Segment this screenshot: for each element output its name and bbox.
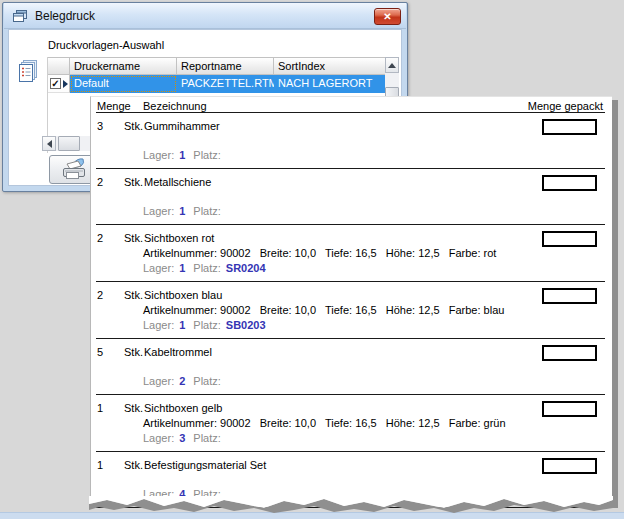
platz-label: Platz: bbox=[193, 319, 221, 331]
doc-item-name: Gummihammer bbox=[144, 120, 605, 133]
doc-item-unit: Stk. bbox=[124, 289, 144, 302]
grid-header-druckername[interactable]: Druckername bbox=[70, 57, 177, 75]
dialog-title: Belegdruck bbox=[35, 9, 95, 23]
doc-item-list: 3Stk.GummihammerLager:1Platz:2Stk.Metall… bbox=[90, 113, 612, 508]
lager-label: Lager: bbox=[143, 205, 174, 217]
menge-gepackt-input[interactable] bbox=[542, 175, 597, 191]
row-checkbox[interactable]: ✓ bbox=[50, 78, 61, 89]
doc-item-detail: Artikelnummer: 90002 Breite: 10,0 Tiefe:… bbox=[143, 417, 605, 430]
row-indicator-cell[interactable]: ✓ bbox=[48, 75, 70, 93]
doc-header-bezeichnung: Bezeichnung bbox=[143, 100, 207, 112]
doc-item-row: 1Stk.Befestigungsmaterial Set bbox=[96, 459, 605, 472]
report-stack-icon bbox=[15, 59, 41, 85]
doc-item: 2Stk.Sichtboxen rotArtikelnummer: 90002 … bbox=[96, 225, 605, 282]
doc-item-row: 1Stk.Sichtboxen gelb bbox=[96, 402, 605, 415]
grid-header-sortindex[interactable]: SortIndex bbox=[274, 57, 386, 75]
doc-item-row: 2Stk.Sichtboxen blau bbox=[96, 289, 605, 302]
arrow-left-icon bbox=[47, 140, 52, 148]
cell-reportname[interactable]: PACKZETTEL.RTM bbox=[177, 75, 274, 93]
lager-value: 1 bbox=[179, 319, 185, 331]
torn-paper-edge bbox=[89, 496, 613, 516]
cell-druckername[interactable]: Default bbox=[70, 75, 177, 93]
doc-item-location: Lager:1Platz:SB0203 bbox=[143, 319, 605, 332]
window-icon bbox=[12, 9, 28, 23]
grid-header: Druckername Reportname SortIndex bbox=[48, 57, 399, 75]
platz-label: Platz: bbox=[193, 432, 221, 444]
lager-label: Lager: bbox=[143, 262, 174, 274]
doc-item-row: 3Stk.Gummihammer bbox=[96, 120, 605, 133]
scroll-left-button[interactable] bbox=[42, 136, 56, 151]
doc-item-quantity: 3 bbox=[96, 120, 124, 133]
cell-sortindex[interactable]: NACH LAGERORT bbox=[274, 75, 386, 93]
doc-item-quantity: 2 bbox=[96, 289, 124, 302]
lager-value: 3 bbox=[179, 432, 185, 444]
lager-label: Lager: bbox=[143, 432, 174, 444]
doc-item-row: 2Stk.Metallschiene bbox=[96, 176, 605, 189]
doc-item-location: Lager:1Platz: bbox=[143, 149, 605, 162]
doc-item-spacer bbox=[96, 133, 605, 147]
menge-gepackt-input[interactable] bbox=[542, 231, 597, 247]
doc-item-detail: Artikelnummer: 90002 Breite: 10,0 Tiefe:… bbox=[143, 304, 605, 317]
platz-value: SR0204 bbox=[226, 262, 266, 274]
dialog-titlebar[interactable]: Belegdruck ✕ bbox=[4, 3, 406, 29]
lager-label: Lager: bbox=[143, 149, 174, 161]
doc-item: 5Stk.KabeltrommelLager:2Platz: bbox=[96, 339, 605, 395]
doc-item-unit: Stk. bbox=[124, 346, 144, 359]
scroll-up-button[interactable] bbox=[385, 57, 399, 73]
doc-item-unit: Stk. bbox=[124, 402, 144, 415]
arrow-up-icon bbox=[388, 63, 396, 68]
doc-column-header: Menge Bezeichnung Menge gepackt bbox=[96, 96, 605, 113]
doc-item-spacer bbox=[96, 189, 605, 203]
platz-label: Platz: bbox=[193, 205, 221, 217]
doc-item-location: Lager:3Platz: bbox=[143, 432, 605, 445]
doc-item-name: Befestigungsmaterial Set bbox=[144, 459, 605, 472]
menge-gepackt-input[interactable] bbox=[542, 119, 597, 135]
doc-item-name: Sichtboxen gelb bbox=[144, 402, 605, 415]
grid-header-reportname[interactable]: Reportname bbox=[177, 57, 274, 75]
doc-item-location: Lager:2Platz: bbox=[143, 375, 605, 388]
close-button[interactable]: ✕ bbox=[374, 8, 401, 25]
lager-value: 1 bbox=[179, 149, 185, 161]
menge-gepackt-input[interactable] bbox=[542, 401, 597, 417]
doc-item-name: Kabeltrommel bbox=[144, 346, 605, 359]
close-icon: ✕ bbox=[383, 11, 391, 22]
doc-item-location: Lager:1Platz: bbox=[143, 205, 605, 218]
packzettel-preview: Menge Bezeichnung Menge gepackt 3Stk.Gum… bbox=[90, 96, 612, 513]
screen: Belegdruck ✕ Druckvorlagen-Auswahl bbox=[0, 0, 624, 519]
lager-value: 2 bbox=[179, 375, 185, 387]
doc-item: 2Stk.MetallschieneLager:1Platz: bbox=[96, 169, 605, 225]
platz-label: Platz: bbox=[193, 375, 221, 387]
doc-item-quantity: 1 bbox=[96, 459, 124, 472]
doc-item-quantity: 2 bbox=[96, 176, 124, 189]
lager-label: Lager: bbox=[143, 375, 174, 387]
lager-value: 1 bbox=[179, 205, 185, 217]
doc-item-unit: Stk. bbox=[124, 459, 144, 472]
doc-item-quantity: 5 bbox=[96, 346, 124, 359]
doc-item-name: Sichtboxen rot bbox=[144, 232, 605, 245]
menge-gepackt-input[interactable] bbox=[542, 458, 597, 474]
doc-item-row: 5Stk.Kabeltrommel bbox=[96, 346, 605, 359]
grid-header-indicator[interactable] bbox=[48, 57, 70, 75]
menge-gepackt-input[interactable] bbox=[542, 288, 597, 304]
menge-gepackt-input[interactable] bbox=[542, 345, 597, 361]
doc-item-detail: Artikelnummer: 90002 Breite: 10,0 Tiefe:… bbox=[143, 247, 605, 260]
horizontal-scroll-thumb[interactable] bbox=[58, 136, 80, 151]
doc-item-row: 2Stk.Sichtboxen rot bbox=[96, 232, 605, 245]
doc-item: 1Stk.Sichtboxen gelbArtikelnummer: 90002… bbox=[96, 395, 605, 452]
current-row-arrow-icon bbox=[63, 80, 68, 88]
table-row[interactable]: ✓ Default PACKZETTEL.RTM NACH LAGERORT bbox=[48, 75, 399, 93]
doc-item-spacer bbox=[96, 472, 605, 486]
platz-label: Platz: bbox=[193, 149, 221, 161]
doc-item-name: Sichtboxen blau bbox=[144, 289, 605, 302]
doc-item: 3Stk.GummihammerLager:1Platz: bbox=[96, 113, 605, 169]
platz-label: Platz: bbox=[193, 262, 221, 274]
doc-item-unit: Stk. bbox=[124, 120, 144, 133]
platz-value: SB0203 bbox=[226, 319, 266, 331]
doc-header-menge-gepackt: Menge gepackt bbox=[528, 100, 603, 112]
lager-value: 1 bbox=[179, 262, 185, 274]
doc-item-location: Lager:1Platz:SR0204 bbox=[143, 262, 605, 275]
doc-header-menge: Menge bbox=[97, 100, 131, 112]
doc-item-name: Metallschiene bbox=[144, 176, 605, 189]
doc-item-quantity: 2 bbox=[96, 232, 124, 245]
doc-item-spacer bbox=[96, 359, 605, 373]
